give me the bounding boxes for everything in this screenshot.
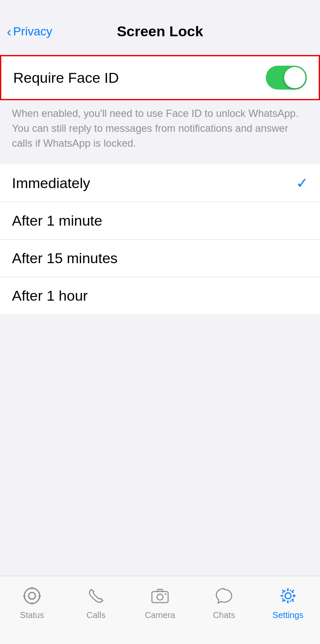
tab-status[interactable]: Status [4,584,60,620]
back-chevron-icon: ‹ [7,25,12,38]
svg-point-4 [23,595,26,597]
tab-chats-label: Chats [213,610,235,620]
tab-chats[interactable]: Chats [196,584,252,620]
face-id-toggle-section: Require Face ID [0,55,320,100]
tab-calls[interactable]: Calls [68,584,124,620]
tab-camera-label: Camera [145,610,175,620]
svg-point-2 [31,587,33,589]
tab-settings-label: Settings [273,610,303,620]
svg-point-7 [157,594,163,600]
option-1-minute-label: After 1 minute [12,212,102,229]
settings-icon [276,584,300,608]
tab-settings[interactable]: Settings [260,584,316,620]
chats-icon [212,584,236,608]
empty-area [0,314,320,536]
option-1-hour-label: After 1 hour [12,287,88,304]
option-15-minutes[interactable]: After 15 minutes [0,240,320,277]
checkmark-icon: ✓ [296,174,308,191]
svg-point-5 [39,595,41,597]
svg-point-9 [285,593,291,599]
option-immediately-label: Immediately [12,175,90,191]
option-1-minute[interactable]: After 1 minute [0,202,320,240]
calls-icon [84,584,108,608]
tab-camera[interactable]: Camera [132,584,188,620]
svg-point-8 [165,593,166,595]
back-button[interactable]: ‹ Privacy [7,25,52,38]
tab-bar: Status Calls Camera Chats [0,576,320,644]
svg-point-0 [24,588,40,603]
tab-status-label: Status [20,610,44,620]
tab-calls-label: Calls [87,610,105,620]
page-title: Screen Lock [117,23,203,40]
option-15-minutes-label: After 15 minutes [12,250,118,267]
option-immediately[interactable]: Immediately ✓ [0,164,320,202]
face-id-description: When enabled, you'll need to use Face ID… [0,100,320,160]
svg-point-3 [31,603,33,605]
face-id-toggle[interactable] [266,66,307,90]
back-label: Privacy [13,25,52,38]
toggle-knob [284,67,305,88]
status-icon [20,584,44,608]
header: ‹ Privacy Screen Lock [0,0,320,46]
option-1-hour[interactable]: After 1 hour [0,277,320,314]
face-id-label: Require Face ID [13,70,119,86]
face-id-toggle-row[interactable]: Require Face ID [1,56,319,99]
svg-rect-6 [152,592,168,603]
camera-icon [148,584,172,608]
svg-point-1 [29,592,35,599]
lock-timing-options: Immediately ✓ After 1 minute After 15 mi… [0,164,320,314]
